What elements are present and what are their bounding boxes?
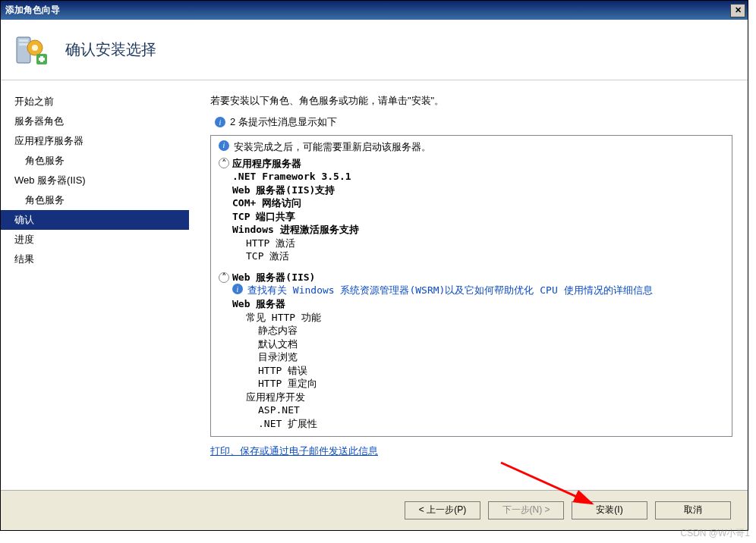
sidebar-item-confirm[interactable]: 确认 — [1, 210, 189, 230]
wizard-header: 确认安装选择 — [1, 20, 748, 80]
sidebar: 开始之前 服务器角色 应用程序服务器 角色服务 Web 服务器(IIS) 角色服… — [1, 80, 189, 490]
section-title: 应用程序服务器 — [232, 157, 301, 171]
sidebar-item-before[interactable]: 开始之前 — [1, 92, 189, 111]
wizard-body: 开始之前 服务器角色 应用程序服务器 角色服务 Web 服务器(IIS) 角色服… — [1, 80, 748, 490]
restart-note: 安装完成之后，可能需要重新启动该服务器。 — [234, 140, 431, 154]
wsrm-link[interactable]: 查找有关 Windows 系统资源管理器(WSRM)以及它如何帮助优化 CPU … — [247, 284, 653, 297]
svg-rect-7 — [39, 58, 45, 61]
close-button[interactable]: ✕ — [730, 4, 745, 17]
list-item: COM+ 网络访问 — [219, 196, 724, 210]
svg-point-4 — [32, 45, 38, 51]
sidebar-item-progress[interactable]: 进度 — [1, 230, 189, 250]
info-summary-line: i 2 条提示性消息显示如下 — [210, 115, 732, 129]
list-item: .NET Framework 3.5.1 — [219, 170, 724, 184]
wizard-footer: < 上一步(P) 下一步(N) > 安装(I) 取消 — [1, 490, 748, 529]
wizard-window: 添加角色向导 ✕ 确认安装选择 开始之前 服务器角色 应用程序服务器 角色服务 … — [0, 0, 748, 531]
list-item: ASP.NET — [219, 403, 724, 417]
page-title: 确认安装选择 — [65, 39, 156, 60]
section-title: Web 服务器(IIS) — [232, 271, 315, 284]
sidebar-item-role-services-1[interactable]: 角色服务 — [1, 151, 189, 171]
titlebar: 添加角色向导 ✕ — [1, 1, 748, 20]
list-item: Windows 进程激活服务支持 — [219, 223, 724, 237]
list-item: Web 服务器(IIS)支持 — [219, 184, 724, 197]
details-panel[interactable]: i 安装完成之后，可能需要重新启动该服务器。 ˄ 应用程序服务器 .NET Fr… — [210, 135, 732, 437]
restart-note-row: i 安装完成之后，可能需要重新启动该服务器。 — [219, 140, 724, 154]
list-item: .NET 扩展性 — [219, 417, 724, 431]
list-item: Web 服务器 — [219, 297, 724, 311]
section-web-iis[interactable]: ˄ Web 服务器(IIS) — [219, 271, 724, 284]
list-item: 默认文档 — [219, 337, 724, 351]
list-item: 应用程序开发 — [219, 391, 724, 404]
collapse-icon[interactable]: ˄ — [219, 272, 229, 283]
wizard-icon — [12, 31, 50, 69]
list-item: 常见 HTTP 功能 — [219, 311, 724, 325]
collapse-icon[interactable]: ˄ — [219, 158, 229, 168]
info-icon: i — [232, 284, 243, 294]
info-icon: i — [219, 140, 229, 151]
list-item: TCP 激活 — [219, 250, 724, 263]
previous-button[interactable]: < 上一步(P) — [405, 501, 480, 519]
svg-rect-1 — [19, 39, 28, 42]
install-button[interactable]: 安装(I) — [572, 501, 647, 519]
next-button: 下一步(N) > — [488, 501, 564, 519]
watermark: CSDN @W小哥1 — [680, 527, 750, 540]
sidebar-item-web-iis[interactable]: Web 服务器(IIS) — [1, 171, 189, 190]
print-save-email-row: 打印、保存或通过电子邮件发送此信息 — [210, 444, 732, 458]
sidebar-item-server-roles[interactable]: 服务器角色 — [1, 111, 189, 131]
svg-rect-2 — [19, 43, 28, 46]
list-item: TCP 端口共享 — [219, 210, 724, 224]
cancel-button[interactable]: 取消 — [655, 501, 731, 519]
list-item: 静态内容 — [219, 324, 724, 337]
sidebar-item-role-services-2[interactable]: 角色服务 — [1, 190, 189, 210]
wsrm-info-row: i 查找有关 Windows 系统资源管理器(WSRM)以及它如何帮助优化 CP… — [219, 284, 724, 297]
list-item: 目录浏览 — [219, 350, 724, 364]
print-save-email-link[interactable]: 打印、保存或通过电子邮件发送此信息 — [210, 445, 378, 457]
list-item: HTTP 激活 — [219, 237, 724, 250]
window-title: 添加角色向导 — [5, 4, 730, 17]
sidebar-item-app-server[interactable]: 应用程序服务器 — [1, 131, 189, 151]
content-area: 若要安装以下角色、角色服务或功能，请单击"安装"。 i 2 条提示性消息显示如下… — [189, 80, 748, 490]
list-item: HTTP 错误 — [219, 364, 724, 378]
sidebar-item-results[interactable]: 结果 — [1, 250, 189, 269]
info-summary-text: 2 条提示性消息显示如下 — [230, 115, 337, 129]
info-icon: i — [215, 117, 225, 127]
section-app-server[interactable]: ˄ 应用程序服务器 — [219, 157, 724, 171]
instruction-text: 若要安装以下角色、角色服务或功能，请单击"安装"。 — [210, 94, 732, 108]
list-item: HTTP 重定向 — [219, 377, 724, 391]
